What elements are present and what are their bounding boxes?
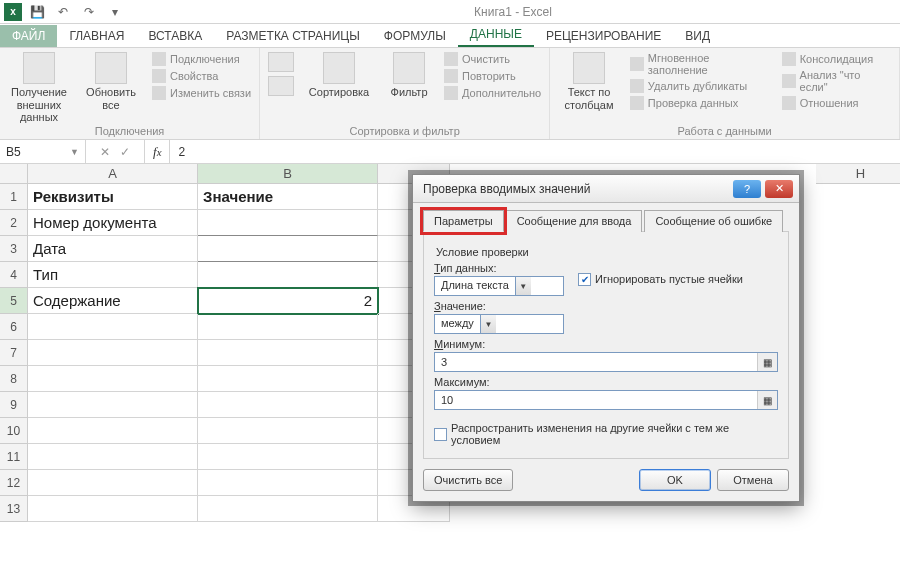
cell-A9[interactable] <box>28 392 198 418</box>
edit-links-button[interactable]: Изменить связи <box>152 86 251 100</box>
tab-insert[interactable]: ВСТАВКА <box>136 25 214 47</box>
row-header[interactable]: 2 <box>0 210 28 236</box>
formula-input[interactable]: 2 <box>170 140 900 163</box>
cell-A8[interactable] <box>28 366 198 392</box>
select-all-corner[interactable] <box>0 164 28 184</box>
name-box[interactable]: B5 ▼ <box>0 140 86 163</box>
save-icon[interactable]: 💾 <box>26 2 48 22</box>
row-header[interactable]: 9 <box>0 392 28 418</box>
clear-label: Очистить <box>462 53 510 65</box>
row-header[interactable]: 6 <box>0 314 28 340</box>
data-validation-button[interactable]: Проверка данных <box>630 96 772 110</box>
row-header[interactable]: 11 <box>0 444 28 470</box>
dialog-titlebar[interactable]: Проверка вводимых значений ? ✕ <box>413 175 799 203</box>
cell-A13[interactable] <box>28 496 198 522</box>
cell-A4[interactable]: Тип <box>28 262 198 288</box>
cell-B13[interactable] <box>198 496 378 522</box>
text-to-columns-button[interactable]: Текст по столбцам <box>558 52 620 111</box>
ok-button[interactable]: OK <box>639 469 711 491</box>
tab-error-alert[interactable]: Сообщение об ошибке <box>644 210 783 232</box>
row-header[interactable]: 13 <box>0 496 28 522</box>
consolidate-button[interactable]: Консолидация <box>782 52 891 66</box>
type-select[interactable]: Длина текста ▼ <box>434 276 564 296</box>
tab-view[interactable]: ВИД <box>673 25 722 47</box>
cell-B2[interactable] <box>198 210 378 236</box>
tab-home[interactable]: ГЛАВНАЯ <box>57 25 136 47</box>
operator-select[interactable]: между ▼ <box>434 314 564 334</box>
tab-formulas[interactable]: ФОРМУЛЫ <box>372 25 458 47</box>
col-header-A[interactable]: A <box>28 164 198 184</box>
advanced-filter-button[interactable]: Дополнительно <box>444 86 541 100</box>
dialog-close-button[interactable]: ✕ <box>765 180 793 198</box>
properties-button[interactable]: Свойства <box>152 69 251 83</box>
row-header[interactable]: 3 <box>0 236 28 262</box>
whatif-button[interactable]: Анализ "что если" <box>782 69 891 93</box>
tab-review[interactable]: РЕЦЕНЗИРОВАНИЕ <box>534 25 673 47</box>
validation-section-label: Условие проверки <box>436 246 778 258</box>
cell-A10[interactable] <box>28 418 198 444</box>
undo-icon[interactable]: ↶ <box>52 2 74 22</box>
row-header[interactable]: 8 <box>0 366 28 392</box>
filter-button[interactable]: Фильтр <box>384 52 434 99</box>
fx-icon[interactable]: fx <box>145 140 170 163</box>
dialog-help-button[interactable]: ? <box>733 180 761 198</box>
range-picker-icon[interactable]: ▦ <box>757 391 777 409</box>
ignore-blank-checkbox[interactable]: ✔ Игнорировать пустые ячейки <box>578 273 743 286</box>
tab-page-layout[interactable]: РАЗМЕТКА СТРАНИЦЫ <box>214 25 372 47</box>
range-picker-icon[interactable]: ▦ <box>757 353 777 371</box>
cell-A11[interactable] <box>28 444 198 470</box>
cell-B4[interactable] <box>198 262 378 288</box>
relationships-icon <box>782 96 796 110</box>
redo-icon[interactable]: ↷ <box>78 2 100 22</box>
clear-filter-button[interactable]: Очистить <box>444 52 541 66</box>
propagate-checkbox[interactable]: Распространить изменения на другие ячейк… <box>434 422 751 446</box>
name-box-dropdown-icon[interactable]: ▼ <box>70 147 79 157</box>
cell-A6[interactable] <box>28 314 198 340</box>
cell-B7[interactable] <box>198 340 378 366</box>
cell-A5[interactable]: Содержание <box>28 288 198 314</box>
cell-B11[interactable] <box>198 444 378 470</box>
cell-B5[interactable]: 2 <box>198 288 378 314</box>
cancel-edit-icon[interactable]: ✕ <box>100 145 110 159</box>
sort-desc-button[interactable] <box>268 76 294 96</box>
tab-parameters[interactable]: Параметры <box>423 210 504 232</box>
connections-button[interactable]: Подключения <box>152 52 251 66</box>
reapply-button[interactable]: Повторить <box>444 69 541 83</box>
refresh-all-button[interactable]: Обновить все <box>80 52 142 111</box>
relationships-button[interactable]: Отношения <box>782 96 891 110</box>
row-header[interactable]: 4 <box>0 262 28 288</box>
col-header-H[interactable]: H <box>816 164 900 184</box>
tab-file[interactable]: ФАЙЛ <box>0 25 57 47</box>
cell-A3[interactable]: Дата <box>28 236 198 262</box>
clear-all-button[interactable]: Очистить все <box>423 469 513 491</box>
tab-data[interactable]: ДАННЫЕ <box>458 23 534 47</box>
row-header[interactable]: 12 <box>0 470 28 496</box>
remove-duplicates-button[interactable]: Удалить дубликаты <box>630 79 772 93</box>
tab-input-message[interactable]: Сообщение для ввода <box>506 210 643 232</box>
cancel-button[interactable]: Отмена <box>717 469 789 491</box>
sort-button[interactable]: Сортировка <box>304 52 374 99</box>
sort-asc-button[interactable] <box>268 52 294 72</box>
cell-B6[interactable] <box>198 314 378 340</box>
cell-B12[interactable] <box>198 470 378 496</box>
cell-B8[interactable] <box>198 366 378 392</box>
row-header[interactable]: 5 <box>0 288 28 314</box>
row-header[interactable]: 7 <box>0 340 28 366</box>
cell-A7[interactable] <box>28 340 198 366</box>
get-external-data-button[interactable]: Получение внешних данных <box>8 52 70 124</box>
cell-B3[interactable] <box>198 236 378 262</box>
cell-A12[interactable] <box>28 470 198 496</box>
max-input[interactable]: 10 ▦ <box>434 390 778 410</box>
confirm-edit-icon[interactable]: ✓ <box>120 145 130 159</box>
cell-A1[interactable]: Реквизиты <box>28 184 198 210</box>
row-header[interactable]: 1 <box>0 184 28 210</box>
flash-fill-button[interactable]: Мгновенное заполнение <box>630 52 772 76</box>
col-header-B[interactable]: B <box>198 164 378 184</box>
cell-A2[interactable]: Номер документа <box>28 210 198 236</box>
qat-dropdown-icon[interactable]: ▾ <box>104 2 126 22</box>
cell-B10[interactable] <box>198 418 378 444</box>
min-input[interactable]: 3 ▦ <box>434 352 778 372</box>
cell-B9[interactable] <box>198 392 378 418</box>
cell-B1[interactable]: Значение <box>198 184 378 210</box>
row-header[interactable]: 10 <box>0 418 28 444</box>
